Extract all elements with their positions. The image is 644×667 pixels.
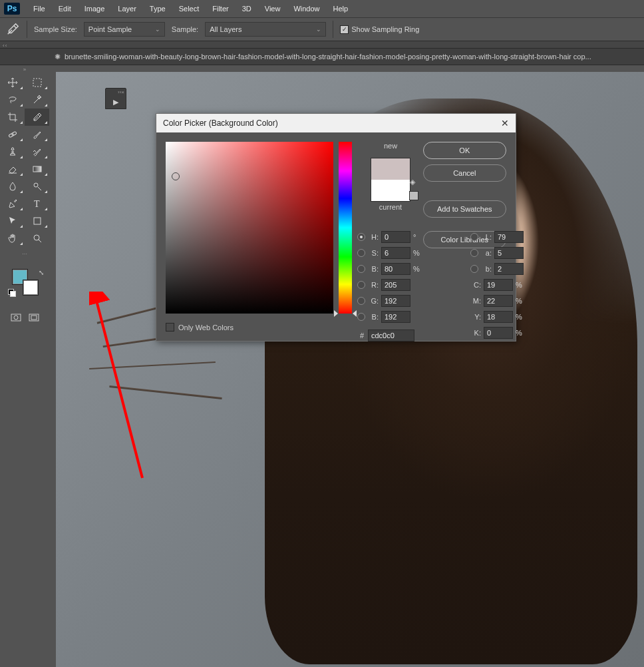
marquee-tool[interactable]	[25, 74, 49, 91]
cancel-button[interactable]: Cancel	[423, 164, 506, 182]
clone-stamp-tool[interactable]	[0, 143, 25, 160]
close-icon[interactable]: ×	[121, 89, 124, 95]
menu-3d[interactable]: 3D	[236, 5, 258, 13]
bv-radio[interactable]	[357, 265, 365, 273]
new-current-preview[interactable]	[371, 158, 410, 202]
m-input[interactable]	[484, 295, 513, 307]
b-radio[interactable]	[470, 265, 478, 273]
chevron-down-icon: ⌄	[155, 26, 160, 33]
h-radio[interactable]	[357, 233, 365, 241]
shape-tool[interactable]	[25, 212, 49, 230]
chevron-down-icon: ⌄	[316, 26, 321, 33]
l-radio[interactable]	[470, 233, 478, 241]
s-radio[interactable]	[357, 249, 365, 257]
gradient-tool[interactable]	[25, 160, 49, 178]
new-label: new	[384, 142, 397, 150]
play-icon[interactable]: ▶	[106, 95, 126, 109]
quick-mask-icon[interactable]	[10, 313, 22, 322]
blur-tool[interactable]	[0, 178, 25, 195]
crop-tool[interactable]	[0, 109, 25, 126]
sample-label: Sample:	[172, 25, 198, 33]
menu-select[interactable]: Select	[172, 5, 206, 13]
svg-point-3	[34, 183, 38, 187]
menu-type[interactable]: Type	[143, 5, 172, 13]
sample-size-label: Sample Size:	[34, 25, 77, 33]
g-radio[interactable]	[357, 297, 365, 305]
bc-radio[interactable]	[357, 313, 365, 321]
h-input[interactable]	[381, 231, 410, 243]
type-tool[interactable]: T	[25, 195, 49, 212]
pen-tool[interactable]	[0, 195, 25, 212]
eyedropper-icon[interactable]	[5, 22, 20, 37]
lasso-tool[interactable]	[0, 91, 25, 109]
default-colors-icon[interactable]	[8, 289, 15, 296]
svg-rect-0	[33, 79, 41, 87]
bc-input[interactable]	[381, 311, 410, 323]
b-input[interactable]	[494, 263, 524, 275]
zoom-tool[interactable]	[25, 230, 49, 247]
dodge-tool[interactable]	[25, 178, 49, 195]
sample-size-combo[interactable]: Point Sample⌄	[84, 22, 165, 37]
menu-help[interactable]: Help	[327, 5, 355, 13]
document-tab[interactable]: brunette-smiling-woman-with-beauty-long-…	[65, 53, 591, 61]
options-bar: Sample Size: Point Sample⌄ Sample: All L…	[0, 17, 644, 41]
background-color[interactable]	[23, 280, 39, 296]
canvas[interactable]: ›› × ▶ Color Picker (Background Color) ✕	[49, 65, 644, 667]
menu-file[interactable]: File	[27, 5, 52, 13]
menu-edit[interactable]: Edit	[52, 5, 78, 13]
color-fields: H:° L: S:% a: B:% b: R: C:% G: M:% B: Y:…	[357, 230, 613, 343]
bv-input[interactable]	[381, 263, 410, 275]
gamut-warning-icon[interactable]: ◈	[410, 178, 418, 186]
screen-mode-icon[interactable]	[28, 313, 40, 322]
c-input[interactable]	[484, 279, 513, 291]
add-to-swatches-button[interactable]: Add to Swatches	[423, 200, 506, 218]
l-input[interactable]	[494, 231, 524, 243]
hex-input[interactable]	[368, 330, 414, 341]
g-input[interactable]	[381, 295, 410, 307]
actions-mini-panel[interactable]: ›› × ▶	[105, 88, 126, 109]
divider	[333, 21, 333, 38]
path-selection-tool[interactable]	[0, 212, 25, 230]
k-input[interactable]	[484, 327, 513, 339]
r-radio[interactable]	[357, 281, 365, 289]
menu-image[interactable]: Image	[78, 5, 112, 13]
history-brush-tool[interactable]	[25, 143, 49, 160]
magic-wand-tool[interactable]	[25, 91, 49, 109]
sv-indicator[interactable]	[172, 172, 180, 180]
menu-view[interactable]: View	[258, 5, 287, 13]
ok-button[interactable]: OK	[423, 142, 506, 159]
y-input[interactable]	[484, 311, 513, 323]
eyedropper-tool[interactable]	[25, 109, 49, 126]
gamut-swatch[interactable]	[409, 191, 418, 200]
show-sampling-ring-checkbox[interactable]: ✓Show Sampling Ring	[340, 25, 419, 34]
app-logo: Ps	[4, 3, 20, 15]
dialog-titlebar[interactable]: Color Picker (Background Color) ✕	[156, 114, 516, 132]
new-color-swatch	[371, 158, 410, 180]
brush-tool[interactable]	[25, 126, 49, 143]
menu-layer[interactable]: Layer	[111, 5, 143, 13]
s-input[interactable]	[381, 247, 410, 259]
saturation-value-field[interactable]	[166, 142, 333, 314]
document-tabbar: ✺ brunette-smiling-woman-with-beauty-lon…	[0, 49, 644, 65]
panel-collapse-strip[interactable]: ‹‹	[0, 41, 644, 49]
sample-combo[interactable]: All Layers⌄	[205, 22, 326, 37]
close-icon[interactable]: ✕	[501, 118, 509, 128]
healing-brush-tool[interactable]	[0, 126, 25, 143]
divider	[27, 21, 27, 38]
menu-window[interactable]: Window	[287, 5, 326, 13]
menu-filter[interactable]: Filter	[206, 5, 235, 13]
svg-point-8	[14, 316, 18, 320]
svg-text:T: T	[34, 199, 40, 209]
workarea: » T ⋯ ⤡	[0, 65, 644, 667]
swap-colors-icon[interactable]: ⤡	[39, 269, 44, 276]
r-input[interactable]	[381, 279, 410, 291]
hand-tool[interactable]	[0, 230, 25, 247]
menubar: Ps File Edit Image Layer Type Select Fil…	[0, 0, 644, 17]
color-picker-dialog: Color Picker (Background Color) ✕ Only W…	[156, 113, 516, 341]
only-web-colors-checkbox[interactable]: Only Web Colors	[166, 323, 358, 332]
eraser-tool[interactable]	[0, 160, 25, 178]
hue-slider[interactable]	[339, 142, 352, 314]
move-tool[interactable]	[0, 74, 25, 91]
a-input[interactable]	[494, 247, 524, 259]
a-radio[interactable]	[470, 249, 478, 257]
